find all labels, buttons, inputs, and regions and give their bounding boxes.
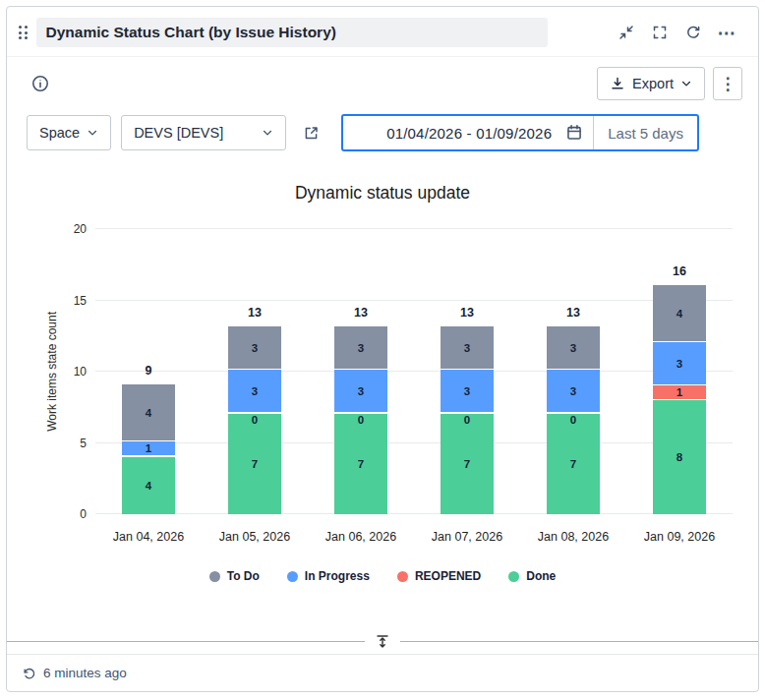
bar-segment: 3 bbox=[228, 370, 281, 413]
bar-segment: 4 bbox=[653, 285, 706, 342]
x-tick-label: Jan 06, 2026 bbox=[308, 530, 414, 544]
segment-value-label: 3 bbox=[358, 342, 364, 354]
y-tick-label: 5 bbox=[80, 437, 87, 450]
kebab-icon: ⋮ bbox=[720, 74, 736, 94]
drag-handle-icon[interactable] bbox=[19, 26, 28, 39]
x-tick-label: Jan 08, 2026 bbox=[520, 530, 626, 544]
chart-title: Dynamic status update bbox=[7, 183, 758, 204]
project-dropdown-label: DEVS [DEVS] bbox=[134, 125, 223, 141]
legend-item[interactable]: To Do bbox=[209, 569, 260, 583]
segment-value-label: 4 bbox=[146, 407, 151, 419]
bar-segment: 3 bbox=[334, 326, 387, 370]
bar-segment: 7 bbox=[547, 414, 600, 514]
segment-value-label: 7 bbox=[464, 458, 470, 470]
space-dropdown[interactable]: Space bbox=[27, 115, 111, 150]
info-icon[interactable] bbox=[27, 70, 54, 97]
fullscreen-icon[interactable] bbox=[646, 19, 674, 46]
segment-value-label: 3 bbox=[464, 342, 470, 354]
y-tick-label: 20 bbox=[74, 222, 87, 236]
date-range-picker[interactable]: 01/04/2026 - 01/09/2026 Last 5 days bbox=[341, 114, 699, 151]
bar-segment: 1 bbox=[122, 441, 175, 456]
more-menu-icon[interactable]: ⋯ bbox=[713, 19, 740, 46]
stacked-bar: 4149 bbox=[122, 384, 175, 514]
widget-header: Dynamic Status Chart (by Issue History) bbox=[7, 7, 758, 57]
segment-value-label: 0 bbox=[358, 414, 364, 426]
segment-value-label: 3 bbox=[252, 385, 258, 397]
bar-column: 813416 bbox=[626, 285, 733, 514]
legend-dot-icon bbox=[287, 571, 298, 582]
widget-footer: 6 minutes ago bbox=[7, 654, 758, 691]
x-tick-label: Jan 09, 2026 bbox=[626, 530, 733, 544]
bar-segment bbox=[122, 456, 175, 457]
toolbar: Export ⋮ bbox=[7, 57, 758, 102]
bar-segment: 3 bbox=[441, 326, 494, 370]
legend-item[interactable]: Done bbox=[508, 569, 556, 583]
legend-label: In Progress bbox=[305, 569, 370, 583]
segment-value-label: 0 bbox=[252, 414, 258, 426]
bar-segment: 3 bbox=[228, 326, 281, 370]
bar-segment: 1 bbox=[653, 385, 706, 400]
bar-segment: 0 bbox=[228, 413, 281, 414]
chevron-down-icon bbox=[87, 127, 98, 139]
legend-label: To Do bbox=[227, 569, 260, 583]
bar-segment: 4 bbox=[122, 457, 175, 514]
bar-segment: 3 bbox=[334, 370, 387, 413]
legend-item[interactable]: In Progress bbox=[287, 569, 370, 583]
legend-dot-icon bbox=[397, 571, 408, 582]
bar-segment: 3 bbox=[441, 370, 494, 413]
date-preset-label: Last 5 days bbox=[594, 125, 697, 142]
export-button[interactable]: Export bbox=[597, 67, 705, 100]
open-in-new-tab-icon[interactable] bbox=[296, 118, 325, 147]
bar-total-label: 16 bbox=[653, 264, 706, 278]
bar-total-label: 13 bbox=[334, 306, 387, 320]
segment-value-label: 7 bbox=[252, 458, 258, 470]
segment-value-label: 1 bbox=[146, 442, 151, 454]
bar-total-label: 13 bbox=[441, 306, 494, 320]
plot-area: 4149703313703313703313703313813416 bbox=[95, 229, 733, 514]
bar-segment: 4 bbox=[122, 384, 175, 441]
segment-value-label: 7 bbox=[570, 458, 576, 470]
collapse-icon[interactable] bbox=[613, 19, 640, 46]
legend-item[interactable]: REOPENED bbox=[397, 569, 481, 583]
bar-column: 4149 bbox=[95, 384, 202, 514]
segment-value-label: 3 bbox=[570, 385, 576, 397]
resize-handle-icon[interactable] bbox=[365, 634, 400, 649]
y-axis-title: Work items state count bbox=[42, 229, 62, 514]
export-more-options-button[interactable]: ⋮ bbox=[713, 67, 742, 100]
bar-column: 703313 bbox=[202, 326, 308, 514]
y-tick-label: 10 bbox=[74, 365, 87, 379]
stacked-bar: 703313 bbox=[441, 326, 494, 514]
segment-value-label: 0 bbox=[464, 414, 470, 426]
segment-value-label: 4 bbox=[146, 480, 151, 492]
bar-column: 703313 bbox=[308, 326, 414, 514]
bar-segment: 0 bbox=[334, 413, 387, 414]
widget-title[interactable]: Dynamic Status Chart (by Issue History) bbox=[36, 18, 548, 47]
x-tick-label: Jan 05, 2026 bbox=[202, 530, 308, 544]
legend-label: Done bbox=[526, 569, 556, 583]
y-axis: 05101520 bbox=[62, 229, 95, 514]
stacked-bar: 703313 bbox=[547, 326, 600, 514]
bar-segment: 7 bbox=[334, 414, 387, 514]
project-dropdown[interactable]: DEVS [DEVS] bbox=[121, 115, 286, 150]
bar-segment: 3 bbox=[547, 326, 600, 370]
bar-segment: 0 bbox=[441, 413, 494, 414]
last-refreshed-icon[interactable] bbox=[23, 667, 36, 680]
segment-value-label: 7 bbox=[358, 458, 364, 470]
space-dropdown-label: Space bbox=[39, 125, 80, 141]
x-axis: Jan 04, 2026Jan 05, 2026Jan 06, 2026Jan … bbox=[95, 514, 733, 544]
segment-value-label: 3 bbox=[677, 358, 682, 370]
legend-label: REOPENED bbox=[415, 569, 481, 583]
date-range-value: 01/04/2026 - 01/09/2026 bbox=[343, 125, 565, 142]
y-tick-label: 15 bbox=[74, 294, 87, 308]
chevron-down-icon bbox=[262, 127, 273, 139]
segment-value-label: 8 bbox=[677, 451, 682, 463]
refresh-icon[interactable] bbox=[679, 19, 707, 46]
bar-total-label: 13 bbox=[547, 306, 600, 320]
calendar-icon[interactable] bbox=[565, 124, 583, 142]
bar-total-label: 13 bbox=[228, 306, 281, 320]
export-label: Export bbox=[632, 76, 674, 91]
stacked-bar: 813416 bbox=[653, 285, 706, 514]
bar-segment: 8 bbox=[653, 400, 706, 514]
filter-bar: Space DEVS [DEVS] 01/04/2026 - 01/09/202… bbox=[7, 102, 758, 165]
stacked-bar: 703313 bbox=[334, 326, 387, 514]
